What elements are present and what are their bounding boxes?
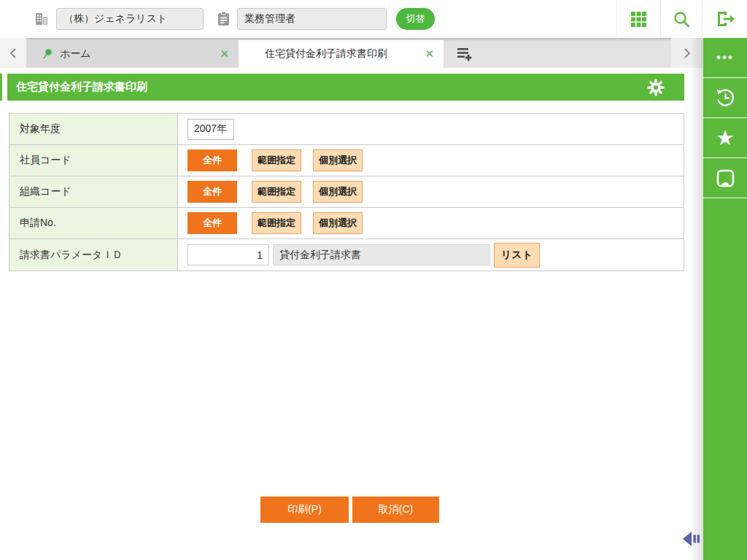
tab-home[interactable]: ホーム ✕: [26, 40, 239, 68]
tab-invoice-print-close-icon[interactable]: ✕: [425, 47, 434, 61]
table-row-employee-code: 社員コード 全件 範囲指定 個別選択: [9, 145, 684, 176]
tab-scroll-left-button[interactable]: [0, 38, 26, 68]
history-icon: [713, 86, 737, 109]
invoice-parameter-id-label: 請求書パラメータＩＤ: [9, 239, 178, 271]
logout-icon: [715, 10, 735, 28]
tab-bar: ホーム ✕ 住宅貸付金利子請求書印刷 ✕: [0, 38, 703, 68]
print-button[interactable]: 印刷(P): [260, 497, 349, 523]
tab-scroll-right-button[interactable]: [671, 38, 703, 68]
title-bar-edge-sliver: [0, 74, 2, 101]
sidebar-favorites-button[interactable]: ★: [703, 118, 747, 158]
table-row-org-code: 組織コード 全件 範囲指定 個別選択: [9, 176, 684, 208]
invoice-parameter-id-input[interactable]: [187, 244, 269, 265]
org-code-label: 組織コード: [9, 176, 178, 207]
sidebar-history-button[interactable]: [703, 78, 747, 118]
page-title: 住宅貸付金利子請求書印刷: [16, 80, 647, 94]
grid-icon: [630, 11, 647, 28]
footer-action-buttons: 印刷(P) 取消(C): [260, 497, 439, 523]
search-button[interactable]: [660, 0, 702, 38]
role-clipboard-icon: [217, 11, 231, 27]
role-input[interactable]: [237, 8, 387, 30]
target-year-label: 対象年度: [9, 114, 178, 144]
switch-button[interactable]: 切替: [396, 8, 435, 30]
tab-invoice-print-label: 住宅貸付金利子請求書印刷: [265, 47, 420, 61]
ellipsis-icon: •••: [716, 50, 734, 65]
company-building-icon: [34, 11, 50, 27]
table-row-application-no: 申請No. 全件 範囲指定 個別選択: [9, 208, 684, 239]
new-tab-button[interactable]: [444, 40, 484, 68]
target-year-input[interactable]: [187, 119, 234, 140]
tab-bar-empty-space: [484, 38, 671, 68]
employee-code-individual-button[interactable]: 個別選択: [313, 149, 363, 171]
collapse-arrow-icon: [681, 530, 702, 548]
parameter-list-button[interactable]: リスト: [494, 243, 540, 268]
application-no-all-button[interactable]: 全件: [187, 212, 237, 234]
application-no-label: 申請No.: [9, 208, 178, 238]
print-criteria-table: 対象年度 社員コード 全件 範囲指定 個別選択 組織コード 全件 範囲指定 個別…: [9, 113, 684, 271]
tab-home-label: ホーム: [60, 47, 215, 61]
new-tab-icon: [456, 47, 473, 61]
application-no-range-button[interactable]: 範囲指定: [252, 212, 301, 234]
org-code-range-button[interactable]: 範囲指定: [252, 181, 301, 203]
inbox-tray-icon: [715, 168, 736, 189]
table-row-target-year: 対象年度: [9, 114, 684, 145]
sidebar-collapse-handle[interactable]: [681, 530, 702, 548]
chevron-right-icon: [682, 47, 692, 60]
top-bar: 切替: [0, 0, 747, 38]
cancel-button[interactable]: 取消(C): [352, 497, 439, 523]
right-sidebar: ••• ★: [703, 38, 747, 560]
sidebar-inbox-button[interactable]: [703, 158, 747, 198]
pin-icon: [41, 48, 53, 61]
logout-button[interactable]: [702, 0, 747, 38]
employee-code-all-button[interactable]: 全件: [187, 149, 237, 171]
tab-invoice-print[interactable]: 住宅貸付金利子請求書印刷 ✕: [239, 40, 444, 68]
org-code-individual-button[interactable]: 個別選択: [313, 181, 363, 203]
content-edge-shadow: [690, 38, 703, 560]
employee-code-range-button[interactable]: 範囲指定: [252, 149, 301, 171]
page-title-bar: 住宅貸付金利子請求書印刷: [7, 74, 684, 101]
tab-home-close-icon[interactable]: ✕: [220, 47, 229, 61]
search-icon: [673, 10, 691, 28]
table-row-invoice-parameter-id: 請求書パラメータＩＤ リスト: [9, 239, 684, 271]
chevron-left-icon: [8, 47, 18, 60]
application-no-individual-button[interactable]: 個別選択: [313, 212, 363, 234]
company-input[interactable]: [56, 8, 204, 30]
star-icon: ★: [716, 128, 735, 149]
settings-gear-icon[interactable]: [647, 79, 665, 96]
org-code-all-button[interactable]: 全件: [187, 181, 237, 203]
app-menu-button[interactable]: [616, 0, 660, 38]
invoice-parameter-name-field: [273, 244, 490, 265]
sidebar-more-button[interactable]: •••: [703, 38, 747, 78]
employee-code-label: 社員コード: [9, 145, 178, 176]
